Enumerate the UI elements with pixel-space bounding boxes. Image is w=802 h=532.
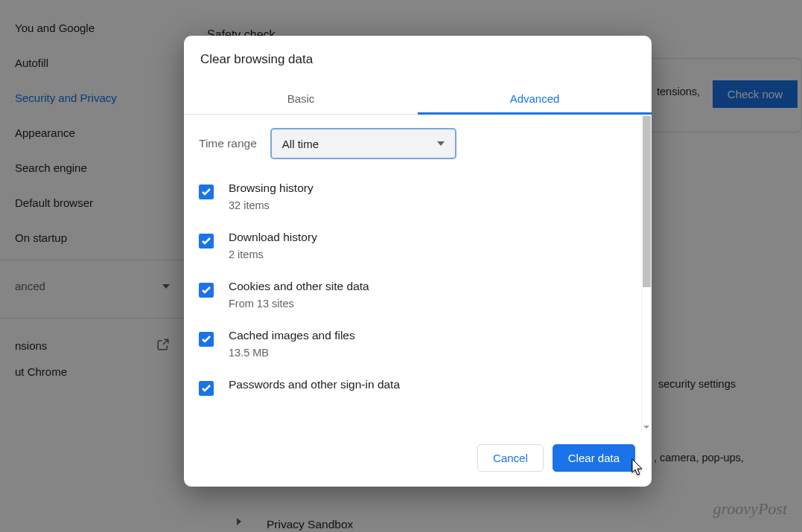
dialog-footer: Cancel Clear data [184,432,652,487]
checkbox-cookies[interactable] [199,283,214,298]
item-title: Browsing history [229,182,314,195]
cancel-button[interactable]: Cancel [477,444,544,472]
tab-basic[interactable]: Basic [184,83,418,114]
item-subtitle: 32 items [229,199,314,211]
item-passwords: Passwords and other sign-in data [199,372,626,396]
clear-browsing-data-dialog: Clear browsing data Basic Advanced Time … [184,36,652,487]
checkbox-browsing-history[interactable] [199,185,214,199]
item-subtitle: From 13 sites [229,298,369,310]
item-cookies: Cookies and other site data From 13 site… [199,274,626,323]
scrollbar-thumb[interactable] [643,116,651,287]
checkbox-cached[interactable] [199,332,214,347]
item-title: Download history [229,231,317,244]
scrollbar-down-button[interactable] [641,422,652,432]
tab-advanced[interactable]: Advanced [418,83,652,114]
checkbox-download-history[interactable] [199,234,214,249]
item-subtitle: 13.5 MB [229,347,355,359]
checkbox-passwords[interactable] [199,381,214,396]
clear-data-button[interactable]: Clear data [553,444,635,472]
dialog-scroll-area: Time range All time Browsing history 32 … [184,115,652,432]
item-cached: Cached images and files 13.5 MB [199,323,626,372]
item-title: Passwords and other sign-in data [229,378,400,391]
time-range-label: Time range [199,137,257,150]
item-download-history: Download history 2 items [199,225,626,274]
item-subtitle: 2 items [229,249,317,260]
time-range-value: All time [282,138,319,150]
scrollbar-track[interactable] [641,115,652,432]
chevron-down-icon [437,141,445,146]
dialog-scroll-inner: Time range All time Browsing history 32 … [184,115,641,432]
item-browsing-history: Browsing history 32 items [199,176,626,225]
item-title: Cached images and files [229,329,355,342]
time-range-row: Time range All time [199,128,626,159]
time-range-select[interactable]: All time [270,128,456,159]
item-title: Cookies and other site data [229,280,369,293]
dialog-tabs: Basic Advanced [184,83,652,115]
dialog-title: Clear browsing data [184,36,652,83]
